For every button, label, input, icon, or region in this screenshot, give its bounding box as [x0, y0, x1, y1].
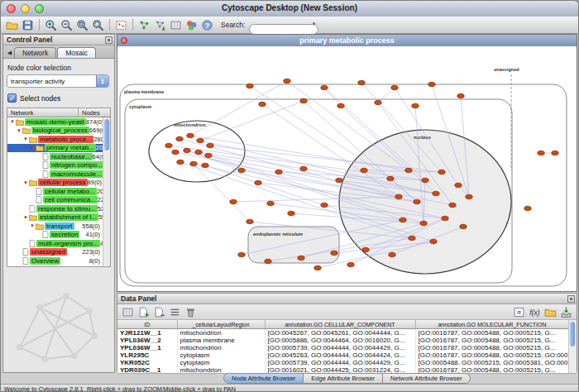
graph-node[interactable]: [466, 194, 472, 198]
graph-node[interactable]: [391, 85, 398, 89]
tab-network-attribute-browser[interactable]: Network Attribute Browser: [383, 373, 471, 384]
tree-expand-icon[interactable]: ▼: [22, 215, 29, 220]
tree-row[interactable]: Overview8(0): [7, 256, 110, 265]
graph-node[interactable]: [197, 138, 203, 142]
graph-node[interactable]: [255, 180, 261, 184]
graph-node[interactable]: [300, 98, 307, 103]
tree-row[interactable]: nitrogen compo...46(0): [7, 161, 110, 170]
save-session-icon[interactable]: [21, 18, 35, 32]
table-row[interactable]: YPL036W__1mitochondrion[GO:0005739, GO:0…: [117, 344, 569, 351]
table-cell[interactable]: cytoplasm: [177, 359, 265, 366]
table-cell[interactable]: [GO:0045263, GO:0044444, GO:0044424, G..…: [265, 351, 415, 359]
open-folder-icon[interactable]: [543, 305, 557, 319]
graph-node[interactable]: [184, 148, 190, 152]
table-cell[interactable]: [GO:0005886, GO:0044464, GO:0016020, G..…: [265, 337, 415, 344]
equation-icon[interactable]: =: [512, 305, 526, 319]
attribute-select-icon[interactable]: [121, 305, 135, 319]
graph-node[interactable]: [265, 259, 271, 263]
graph-node[interactable]: [361, 168, 367, 172]
graph-node[interactable]: [300, 166, 307, 170]
table-cell[interactable]: [GO:0045267, GO:0045261, GO:0044444, G..…: [265, 329, 415, 337]
search-input[interactable]: [249, 24, 318, 35]
graph-node[interactable]: [205, 153, 212, 157]
graph-node[interactable]: [207, 143, 213, 147]
graph-node[interactable]: [331, 251, 337, 255]
tree-expand-icon[interactable]: ▼: [22, 180, 29, 185]
table-cell[interactable]: [GO:0016787, GO:0005488, GO:0005215, GO:…: [415, 351, 569, 359]
zoom-in-icon[interactable]: [44, 18, 58, 32]
new-network-icon[interactable]: [137, 18, 151, 32]
tree-row[interactable]: unassigned223(0): [7, 248, 110, 257]
vizmapper-icon[interactable]: [184, 18, 199, 32]
tree-row[interactable]: ▼transport558(0): [7, 222, 110, 231]
tree-row[interactable]: cellular metabo...209(0): [7, 187, 110, 196]
delete-attribute-icon[interactable]: [152, 305, 166, 319]
table-row[interactable]: YJR121W__1mitochondrion[GO:0045267, GO:0…: [117, 329, 569, 337]
graph-node[interactable]: [389, 252, 395, 256]
table-cell[interactable]: [GO:0016787, GO:0005488, GO:0005215, G..…: [415, 344, 569, 351]
table-cell[interactable]: plasma membrane: [177, 337, 265, 344]
tree-row[interactable]: ▼cellular process89(0): [7, 179, 110, 188]
graph-node[interactable]: [172, 150, 179, 154]
table-cell[interactable]: [GO:0016787, GO:0005488, GO:0005215, G..…: [415, 337, 569, 344]
graph-node[interactable]: [337, 103, 344, 108]
network-frame-titlebar[interactable]: primary metabolic process: [117, 35, 577, 47]
table-cell[interactable]: YPL036W__2: [117, 337, 177, 344]
table-cell[interactable]: YLR295C: [117, 351, 177, 359]
graph-node[interactable]: [362, 247, 369, 251]
graph-node[interactable]: [409, 236, 415, 240]
tree-row[interactable]: response to stimu...52(0): [7, 204, 110, 213]
graph-node[interactable]: [552, 151, 558, 155]
graph-node[interactable]: [177, 160, 184, 164]
table-scrollbar[interactable]: [568, 320, 577, 373]
tree-expand-icon[interactable]: ▼: [9, 119, 16, 124]
graph-node[interactable]: [321, 85, 328, 89]
graph-node[interactable]: [405, 168, 412, 172]
graph-node[interactable]: [246, 219, 253, 223]
graph-node[interactable]: [190, 161, 197, 165]
search-dropdown-icon[interactable]: ▾: [313, 21, 316, 27]
graph-node[interactable]: [202, 163, 208, 167]
graph-node[interactable]: [395, 194, 402, 198]
graph-node[interactable]: [314, 265, 321, 270]
graph-node[interactable]: [288, 211, 294, 215]
function-icon[interactable]: f(x): [528, 305, 542, 319]
graph-node[interactable]: [414, 199, 420, 203]
graph-node[interactable]: [455, 183, 462, 187]
list-icon[interactable]: [168, 305, 182, 319]
help-icon[interactable]: ?: [200, 18, 214, 32]
tree-header-network[interactable]: Network: [7, 108, 79, 117]
tree-scrollbar[interactable]: [103, 117, 110, 266]
tree-expand-icon[interactable]: ▼: [16, 128, 22, 133]
graph-node[interactable]: [165, 143, 172, 147]
table-cell[interactable]: cytoplasm: [177, 351, 265, 359]
tab-scroll-left-icon[interactable]: ◀: [5, 50, 14, 58]
tree-expand-icon[interactable]: ▼: [29, 223, 36, 228]
graph-node[interactable]: [336, 178, 342, 182]
graph-node[interactable]: [420, 221, 427, 225]
graph-node[interactable]: [433, 191, 439, 195]
graph-node[interactable]: [187, 133, 194, 137]
tree-row[interactable]: macromolecule...311(0): [7, 170, 110, 179]
graph-node[interactable]: [422, 178, 428, 182]
graph-node[interactable]: [298, 256, 304, 260]
graph-node[interactable]: [259, 102, 266, 106]
tree-scrollbar-thumb[interactable]: [104, 119, 109, 151]
graph-node[interactable]: [195, 150, 202, 154]
graph-node[interactable]: [238, 168, 245, 172]
window-titlebar[interactable]: Cytoscape Desktop (New Session): [1, 1, 578, 17]
tree-row[interactable]: ▼mosaic-demo-yeast874(0): [7, 117, 110, 127]
table-cell[interactable]: mitochondrion: [177, 344, 265, 351]
select-nodes-checkbox[interactable]: ✓: [7, 93, 17, 103]
graph-node[interactable]: [238, 252, 245, 256]
tree-expand-icon[interactable]: ▼: [22, 136, 29, 141]
graph-node[interactable]: [428, 82, 435, 86]
tree-row[interactable]: ▼biological_process669(0): [7, 127, 110, 136]
trash-icon[interactable]: [184, 305, 198, 319]
table-cell[interactable]: [GO:0005739, GO:0044444, GO:0044429, G..…: [265, 344, 415, 351]
table-row[interactable]: YKR052Ccytoplasm[GO:0005739, GO:0044444,…: [117, 359, 569, 366]
tree-row[interactable]: secretion41(0): [7, 231, 110, 240]
graph-node[interactable]: [449, 203, 456, 207]
data-panel-close-icon[interactable]: ×: [567, 295, 575, 303]
zoom-fit-icon[interactable]: [91, 18, 105, 32]
